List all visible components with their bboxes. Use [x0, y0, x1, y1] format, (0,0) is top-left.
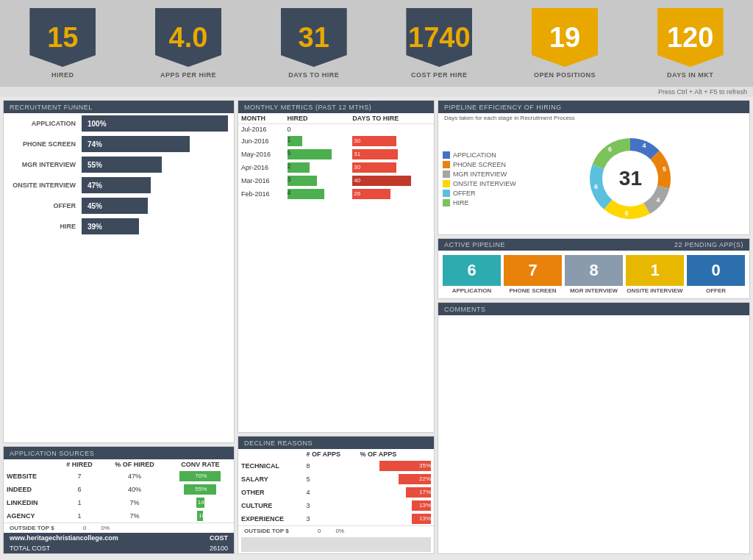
pipeline-stage-label: ONSITE INTERVIEW: [627, 287, 682, 294]
funnel-row-label: OFFER: [10, 202, 76, 209]
source-hired: 7: [57, 470, 102, 483]
funnel-header: RECRUITMENT FUNNEL: [4, 101, 234, 113]
funnel-row: OFFER45%: [4, 195, 234, 216]
pipeline-stage-count: 6: [443, 255, 501, 286]
legend-dot: [443, 170, 450, 178]
metric-card-days-to-hire: 31DAYS TO HIRE: [251, 0, 376, 87]
decline-title: DECLINE REASONS: [244, 439, 313, 447]
monthly-metrics: MONTHLY METRICS (Past 12 mths) MONTHHIRE…: [238, 100, 435, 433]
monthly-month: Jul-2016: [238, 124, 285, 135]
decline-table: # OF APPS% OF APPSTECHNICAL835%SALARY522…: [238, 449, 434, 525]
metric-card-cost-per-hire: 1740COST PER HIRE: [376, 0, 502, 87]
source-pct-hired: 7%: [102, 496, 167, 509]
cost-bar: www.heritagechristiancollege.com COST: [4, 533, 234, 543]
decline-apps: 3: [303, 499, 357, 512]
active-pipeline-pending: 22 Pending App(s): [674, 241, 743, 248]
monthly-days: 30: [349, 134, 434, 148]
pipeline-stage: 8MGR INTERVIEW: [565, 255, 623, 294]
funnel-bar: 47%: [82, 177, 151, 193]
refresh-hint: Press Ctrl + Alt + F5 to refresh: [658, 88, 747, 96]
pipeline-stage-count: 1: [626, 255, 684, 286]
funnel-bar: 74%: [82, 136, 190, 152]
monthly-hired: 0: [285, 124, 350, 135]
sources-col-header: # HIRED: [57, 459, 102, 470]
donut-label: 6: [625, 209, 629, 217]
donut-chart: 454666 31: [579, 127, 682, 230]
active-pipeline: ACTIVE PIPELINE 22 Pending App(s) 6APPLI…: [438, 238, 750, 299]
source-conv: 70%: [167, 470, 234, 483]
hired-bar: 1: [288, 136, 302, 146]
pipeline-legend: APPLICATIONPHONE SCREENMGR INTERVIEWONSI…: [443, 151, 516, 207]
monthly-month: Feb-2016: [238, 187, 285, 201]
decline-outside-value: 0: [318, 528, 321, 534]
pipeline-stage: 0OFFER: [687, 255, 745, 294]
conv-bar: 70%: [179, 471, 221, 481]
legend-dot: [443, 161, 450, 168]
monthly-days: 40: [349, 174, 434, 187]
monthly-row: Feb-2016 426: [238, 187, 434, 201]
donut-label: 6: [594, 183, 598, 190]
monthly-row: May-2016 531: [238, 148, 434, 161]
funnel-bar: 39%: [82, 218, 139, 234]
days-bar: 30: [352, 136, 396, 146]
pipeline-stage-label: MGR INTERVIEW: [570, 287, 618, 294]
monthly-hired: 3: [285, 174, 350, 187]
decline-apps: 4: [303, 486, 357, 499]
top-metrics-bar: 15HIRED4.0APPS PER HIRE31DAYS TO HIRE174…: [0, 0, 753, 87]
donut-label: 4: [657, 196, 660, 204]
monthly-table: MONTHHIREDDAYS TO HIREJul-20160Jun-2016 …: [238, 113, 434, 201]
total-cost-value: 26100: [210, 545, 228, 552]
monthly-days: 30: [349, 161, 434, 174]
legend-item: APPLICATION: [443, 151, 516, 159]
comments-body: [438, 315, 749, 374]
funnel-row-label: MGR INTERVIEW: [10, 161, 76, 168]
sources-row: WEBSITE747%70%: [4, 470, 234, 483]
active-pipeline-title: ACTIVE PIPELINE: [444, 241, 505, 248]
conv-bar: 14%: [196, 498, 204, 508]
application-sources: APPLICATION SOURCES # HIRED% OF HIREDCON…: [3, 446, 235, 554]
monthly-row: Mar-2016 340: [238, 174, 434, 187]
monthly-hired: 2: [285, 161, 350, 174]
donut-label: 4: [643, 142, 646, 149]
legend-item: PHONE SCREEN: [443, 161, 516, 168]
pipeline-title: PIPELINE EFFICIENCY OF HIRING: [444, 104, 562, 111]
right-column: PIPELINE EFFICIENCY OF HIRING Days taken…: [438, 100, 750, 554]
sources-row: INDEED640%55%: [4, 483, 234, 496]
pipeline-stage-count: 8: [565, 255, 623, 286]
monthly-days: 31: [349, 148, 434, 161]
donut-label: 5: [663, 165, 666, 173]
legend-item: ONSITE INTERVIEW: [443, 180, 516, 187]
monthly-row: Jun-2016 130: [238, 134, 434, 148]
subtitle-bar: Press Ctrl + Alt + F5 to refresh: [0, 87, 753, 97]
source-conv: 14%: [167, 496, 234, 509]
pipeline-stage: 1ONSITE INTERVIEW: [626, 255, 684, 294]
monthly-hired: 5: [285, 148, 350, 161]
source-hired: 1: [57, 496, 102, 509]
decline-reasons: DECLINE REASONS # OF APPS% OF APPSTECHNI…: [238, 436, 435, 554]
monthly-month: Apr-2016: [238, 161, 285, 174]
legend-label: OFFER: [453, 190, 476, 197]
funnel-row-label: HIRE: [10, 223, 76, 230]
decline-reason: EXPERIENCE: [238, 512, 303, 525]
sources-title: APPLICATION SOURCES: [10, 450, 94, 457]
funnel-row: MGR INTERVIEW55%: [4, 154, 234, 175]
sources-header: APPLICATION SOURCES: [4, 447, 234, 459]
comments-section: COMMENTS: [438, 302, 750, 554]
monthly-hired: 1: [285, 134, 350, 148]
active-pipeline-header: ACTIVE PIPELINE 22 Pending App(s): [438, 239, 749, 251]
decline-pct: 13%: [357, 512, 434, 525]
monthly-col-header: MONTH: [238, 113, 285, 124]
comments-title: COMMENTS: [444, 306, 486, 313]
hired-bar: 2: [288, 162, 310, 173]
days-bar: 31: [352, 149, 398, 159]
legend-dot: [443, 199, 450, 207]
mid-column: MONTHLY METRICS (Past 12 mths) MONTHHIRE…: [238, 100, 435, 554]
monthly-month: Jun-2016: [238, 134, 285, 148]
decline-row: TECHNICAL835%: [238, 459, 434, 473]
total-cost-label: TOTAL COST: [10, 545, 50, 552]
decline-bar: 35%: [379, 461, 431, 471]
donut-center-value: 31: [619, 167, 642, 190]
decline-apps: 3: [303, 512, 357, 525]
decline-apps: 5: [303, 473, 357, 486]
donut-label: 6: [608, 146, 612, 153]
